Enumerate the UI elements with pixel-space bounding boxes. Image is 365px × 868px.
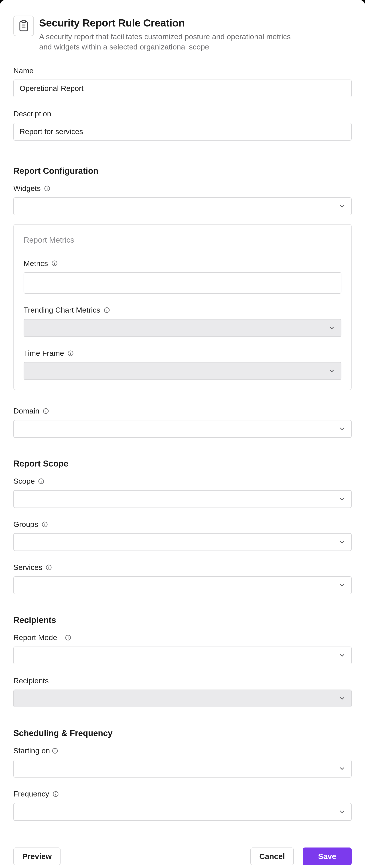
info-icon[interactable] [38, 478, 44, 485]
svg-point-21 [41, 480, 42, 480]
metrics-select[interactable] [24, 272, 341, 293]
report-mode-field: Report Mode [13, 632, 352, 664]
info-icon[interactable] [51, 260, 58, 267]
trending-field: Trending Chart Metrics [24, 305, 341, 337]
info-icon[interactable] [103, 307, 110, 313]
footer: Preview Cancel Save [13, 847, 352, 865]
widgets-field: Widgets [13, 183, 352, 215]
svg-point-18 [46, 409, 46, 410]
info-icon[interactable] [52, 791, 59, 797]
report-metrics-card: Report Metrics Metrics Trending Chart Me… [13, 224, 352, 390]
description-input[interactable]: Report for services [13, 123, 352, 141]
page-subtitle: A security report that facilitates custo… [39, 32, 302, 52]
recipients-label: Recipients [13, 676, 49, 686]
domain-label: Domain [13, 406, 39, 416]
groups-field: Groups [13, 519, 352, 551]
description-value: Report for services [20, 126, 83, 137]
chevron-down-icon [339, 539, 345, 546]
svg-point-9 [54, 262, 55, 262]
frequency-field: Frequency [13, 789, 352, 821]
chevron-down-icon [339, 652, 345, 659]
name-input[interactable]: Operetional Report [13, 80, 352, 97]
metrics-label: Metrics [24, 258, 48, 269]
description-label: Description [13, 108, 352, 119]
info-icon[interactable] [44, 185, 51, 192]
metrics-field: Metrics [24, 258, 341, 294]
recipients-field: Recipients [13, 676, 352, 708]
description-field: Description Report for services [13, 108, 352, 141]
scope-select[interactable] [13, 490, 352, 508]
info-icon[interactable] [65, 634, 71, 641]
preview-button[interactable]: Preview [13, 847, 61, 865]
starting-on-select[interactable] [13, 760, 352, 778]
info-icon[interactable] [41, 521, 48, 528]
save-button[interactable]: Save [303, 847, 352, 865]
svg-point-33 [55, 749, 56, 750]
widgets-select[interactable] [13, 197, 352, 215]
svg-point-36 [55, 793, 56, 793]
starting-on-field: Starting on [13, 745, 352, 778]
widgets-label: Widgets [13, 183, 41, 194]
recipients-select[interactable] [13, 689, 352, 707]
svg-rect-1 [22, 21, 25, 23]
svg-point-15 [70, 352, 71, 352]
section-recipients: Recipients [13, 614, 352, 626]
name-label: Name [13, 65, 352, 76]
trending-select[interactable] [24, 319, 341, 337]
chevron-down-icon [339, 496, 345, 502]
name-value: Operetional Report [20, 83, 84, 94]
page-title: Security Report Rule Creation [39, 16, 302, 30]
frequency-label: Frequency [13, 789, 49, 799]
groups-select[interactable] [13, 533, 352, 551]
chevron-down-icon [339, 582, 345, 589]
section-scheduling: Scheduling & Frequency [13, 727, 352, 739]
chevron-down-icon [329, 324, 335, 331]
svg-point-30 [68, 636, 68, 637]
svg-point-6 [47, 187, 47, 188]
frequency-select[interactable] [13, 803, 352, 821]
cancel-button[interactable]: Cancel [251, 847, 294, 865]
form-panel: Security Report Rule Creation A security… [0, 0, 365, 868]
info-icon[interactable] [67, 350, 74, 357]
domain-field: Domain [13, 406, 352, 438]
info-icon[interactable] [42, 408, 49, 414]
timeframe-label: Time Frame [24, 348, 64, 359]
services-select[interactable] [13, 577, 352, 594]
chevron-down-icon [339, 203, 345, 210]
scope-label: Scope [13, 476, 35, 487]
svg-rect-0 [20, 22, 27, 31]
services-field: Services [13, 562, 352, 594]
section-report-scope: Report Scope [13, 458, 352, 470]
svg-point-24 [44, 523, 45, 524]
timeframe-field: Time Frame [24, 348, 341, 380]
chevron-down-icon [339, 695, 345, 702]
name-field: Name Operetional Report [13, 65, 352, 98]
header: Security Report Rule Creation A security… [13, 16, 352, 52]
clipboard-icon [13, 16, 34, 36]
trending-label: Trending Chart Metrics [24, 305, 100, 315]
scope-field: Scope [13, 476, 352, 508]
chevron-down-icon [339, 808, 345, 815]
groups-label: Groups [13, 519, 38, 530]
svg-point-27 [48, 566, 49, 566]
svg-point-12 [106, 309, 107, 309]
report-mode-select[interactable] [13, 647, 352, 664]
chevron-down-icon [339, 765, 345, 772]
info-icon[interactable] [45, 564, 52, 571]
chevron-down-icon [329, 368, 335, 374]
info-icon[interactable] [52, 747, 58, 754]
starting-on-label: Starting on [13, 745, 50, 756]
report-metrics-title: Report Metrics [24, 235, 341, 245]
section-report-configuration: Report Configuration [13, 165, 352, 177]
services-label: Services [13, 562, 42, 573]
timeframe-select[interactable] [24, 362, 341, 380]
report-mode-label: Report Mode [13, 632, 57, 643]
domain-select[interactable] [13, 420, 352, 438]
chevron-down-icon [339, 426, 345, 432]
